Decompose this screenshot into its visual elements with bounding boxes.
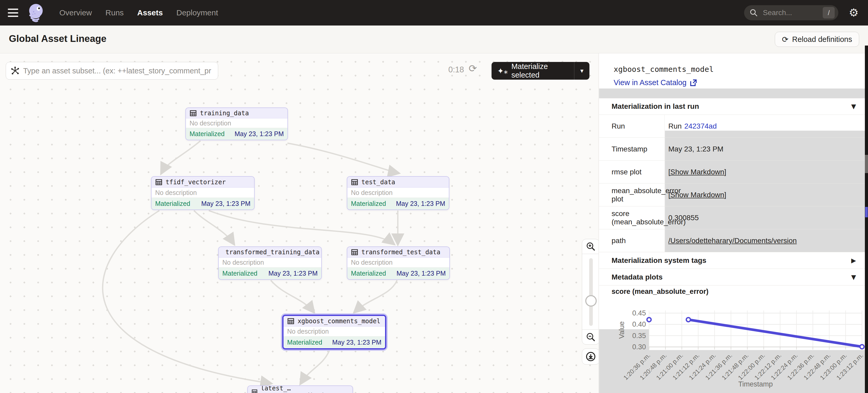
metadata-label: score (mean_absolute_error) [599,206,665,229]
asset-node-description: No description [152,188,254,198]
chevron-down-icon: ▼ [851,103,856,110]
run-prefix: Run [668,122,682,130]
dagster-logo-icon[interactable] [25,3,45,23]
asset-subset-input[interactable]: Type an asset subset... (ex: ++latest_st… [6,62,218,79]
asset-node-name: transformed_test_data [361,249,440,256]
reload-definitions-label: Reload definitions [792,35,852,44]
metadata-value: Run242374ad [665,115,865,137]
search-placeholder: Search... [763,9,792,17]
metadata-value: [Show Markdown] [665,161,865,183]
asset-node-name: training_data [200,109,249,117]
view-in-asset-catalog-link[interactable]: View in Asset Catalog [614,78,697,87]
asset-node-xgboost_comments_model[interactable]: xgboost_comments_model No description Ma… [282,315,386,350]
nav-item-deployment[interactable]: Deployment [176,0,218,26]
asset-node-timestamp[interactable]: May 23, 1:23 PM [269,270,318,277]
metadata-row: mean_absolute_error plot [Show Markdown] [599,183,865,206]
section-materialization-system-tags[interactable]: Materialization system tags ▶ [599,252,865,269]
asset-node-description: No description [219,258,321,267]
asset-node-status: Materialized [351,200,386,207]
asset-node-latest__comment_predictions[interactable]: latest_…_comment_predictions No descript… [247,386,353,393]
asset-node-timestamp[interactable]: May 23, 1:23 PM [397,270,446,277]
zoom-slider-handle[interactable] [585,295,597,306]
nav-item-assets[interactable]: Assets [137,0,163,26]
asset-node-status: Materialized [351,270,386,277]
table-icon [351,178,358,186]
asset-name-title: xgboost_comments_model [614,65,714,74]
asset-node-timestamp[interactable]: May 23, 1:23 PM [201,200,250,207]
asset-node-description: No description [347,258,450,267]
asset-node-training_data[interactable]: training_data No description Materialize… [185,107,288,140]
asset-lineage-graph[interactable]: Type an asset subset... (ex: ++latest_st… [0,53,599,393]
score-line-chart[interactable]: 0.450.400.350.30Value1:20:36 p.m.1:20:48… [599,297,865,393]
page-header: Global Asset Lineage ⟳ Reload definition… [0,26,868,53]
asset-node-status: Materialized [189,130,225,138]
asset-details-panel: xgboost_comments_model View in Asset Cat… [599,53,865,393]
chevron-right-icon: ▶ [851,257,856,264]
asset-node-name: xgboost_comments_model [298,318,380,325]
metadata-plot-title: score (mean_absolute_error) [612,288,708,296]
asset-node-status: Materialized [155,200,190,207]
selection-highlight [599,89,865,98]
asset-node-timestamp[interactable]: May 23, 1:23 PM [235,130,284,138]
download-graph-button[interactable] [582,349,599,365]
section-label: Materialization in last run [612,102,699,110]
nav-item-overview[interactable]: Overview [59,0,92,26]
metadata-value-link[interactable]: [Show Markdown] [668,191,726,199]
materialize-selected-label: Materialize selected [511,62,574,79]
section-metadata-plots[interactable]: Metadata plots ▼ [599,269,865,285]
svg-text:0.30: 0.30 [632,343,646,351]
catalog-link-label: View in Asset Catalog [614,78,686,87]
reload-definitions-button[interactable]: ⟳ Reload definitions [775,32,859,47]
asset-node-test_data[interactable]: test_data No description Materialized Ma… [347,176,450,210]
section-materialization-last-run[interactable]: Materialization in last run ▼ [599,98,865,114]
table-icon [189,109,197,117]
asset-node-description: No description [347,188,449,198]
asset-node-timestamp[interactable]: May 23, 1:23 PM [332,338,381,346]
sparkle-icon: ✦⁎ [497,66,508,75]
svg-text:Value: Value [618,321,626,338]
asset-node-timestamp[interactable]: May 23, 1:23 PM [396,200,445,207]
metadata-label: mean_absolute_error plot [599,184,665,206]
graph-refresh-icon[interactable]: ⟳ [469,63,477,74]
primary-nav: OverviewRunsAssetsDeployment [59,0,218,26]
gear-icon[interactable]: ⚙ [849,7,859,18]
asset-node-tfidf_vectorizer[interactable]: tfidf_vectorizer No description Material… [151,176,255,210]
zoom-slider-track [589,258,593,326]
refresh-icon: ⟳ [782,35,788,44]
metadata-row: score (mean_absolute_error) 0.300855 [599,206,865,229]
metadata-value: 0.300855 [665,206,865,229]
search-input[interactable]: Search... / [744,5,838,20]
table-icon [155,178,162,186]
nav-item-runs[interactable]: Runs [105,0,124,26]
metadata-label: Timestamp [599,138,665,160]
asset-node-status: Materialized [287,338,322,346]
zoom-controls [582,239,599,345]
metadata-label: path [599,229,665,252]
zoom-slider[interactable] [582,254,599,330]
metadata-value-link[interactable]: [Show Markdown] [668,168,726,176]
zoom-out-button[interactable] [582,330,599,344]
metadata-row: rmse plot [Show Markdown] [599,160,865,183]
materialize-selected-button[interactable]: ✦⁎ Materialize selected ▾ [492,62,589,79]
hamburger-menu-icon[interactable] [8,9,18,17]
metadata-row: Timestamp May 23, 1:23 PM [599,137,865,160]
asset-node-description: No description [186,119,287,128]
search-icon [749,8,758,17]
page-title: Global Asset Lineage [9,33,106,44]
zoom-in-button[interactable] [582,239,599,254]
run-id-link[interactable]: 242374ad [684,122,717,130]
asset-node-transformed_test_data[interactable]: transformed_test_data No description Mat… [347,247,450,280]
materialize-dropdown-caret[interactable]: ▾ [574,67,589,74]
asset-node-transformed_training_data[interactable]: transformed_training_data No description… [218,247,322,280]
download-icon [585,351,596,362]
metadata-value-link[interactable]: /Users/odetteharary/Documents/version [668,237,797,245]
asset-subset-placeholder: Type an asset subset... (ex: ++latest_st… [23,67,216,75]
metadata-row: path /Users/odetteharary/Documents/versi… [599,229,865,252]
asset-node-name: latest_…_comment_predictions [260,386,349,393]
asset-node-status: Materialized [222,270,257,277]
metadata-value: May 23, 1:23 PM [665,138,865,160]
materialization-metadata-table: Run Run242374ad Timestamp May 23, 1:23 P… [599,114,865,252]
table-icon [287,318,294,325]
svg-text:0.45: 0.45 [632,309,646,317]
metadata-label: Run [599,115,665,137]
